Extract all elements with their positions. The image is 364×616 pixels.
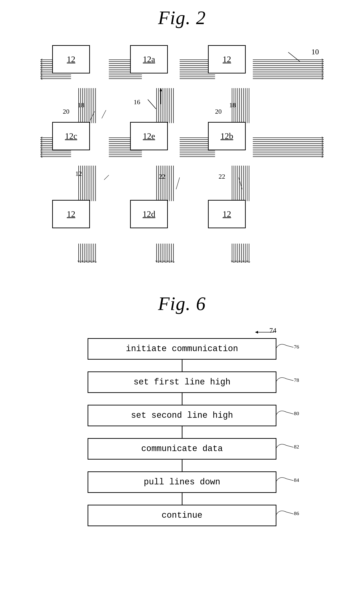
- ref74-arrow: [241, 324, 288, 336]
- label-16: 16: [134, 98, 140, 106]
- box82-wrapper: communicate data 82: [76, 438, 288, 460]
- svg-text:76: 76: [294, 344, 299, 350]
- svg-text:86: 86: [294, 510, 299, 516]
- connector-3: [182, 426, 182, 438]
- ref84-bracket: 84: [274, 474, 303, 491]
- label-18-left: 18: [78, 101, 84, 109]
- node-12a: 12a: [130, 45, 168, 73]
- node-12b: 12b: [208, 122, 246, 150]
- node-12d: 12d: [130, 200, 168, 228]
- svg-text:82: 82: [294, 444, 299, 450]
- node-12-bottom-right: 12: [208, 200, 246, 228]
- connector-1: [182, 360, 182, 371]
- box76-wrapper: initiate communication 76: [76, 338, 288, 360]
- flow-box-82: communicate data 82: [88, 438, 276, 460]
- label-20-right: 20: [215, 108, 222, 115]
- label-12-mid: 12: [75, 170, 82, 178]
- svg-text:78: 78: [294, 377, 299, 383]
- ref76-bracket: 76: [274, 341, 303, 357]
- node-12-top-right: 12: [208, 45, 246, 73]
- connector-5: [182, 493, 182, 505]
- flow-box-78: set first line high 78: [88, 371, 276, 393]
- flow-container: initiate communication 76 set first line…: [76, 338, 288, 526]
- network-grid: 12 12a 12 12c 12e 12b 12 12d 12 20 18: [40, 38, 324, 262]
- ref78-bracket: 78: [274, 374, 303, 391]
- node-12-top-left: 12: [52, 45, 90, 73]
- svg-line-184: [176, 178, 180, 189]
- node-12e: 12e: [130, 122, 168, 150]
- svg-line-181: [288, 52, 300, 62]
- fig6-title: Fig. 6: [158, 293, 206, 315]
- label-18-right: 18: [229, 101, 236, 109]
- fig2-section: Fig. 2: [0, 0, 364, 284]
- flow-box-84: pull lines down 84: [88, 471, 276, 493]
- label-22-center: 22: [159, 173, 166, 180]
- connector-4: [182, 460, 182, 471]
- svg-marker-188: [255, 331, 258, 334]
- label-22-right: 22: [219, 173, 225, 180]
- box84-wrapper: pull lines down 84: [76, 471, 288, 493]
- svg-marker-179: [160, 88, 162, 91]
- flow-box-86: continue 86: [88, 505, 276, 526]
- box80-wrapper: set second line high 80: [76, 405, 288, 426]
- ref80-bracket: 80: [274, 407, 303, 424]
- flow-box-80: set second line high 80: [88, 405, 276, 426]
- svg-line-186: [104, 175, 109, 180]
- ref-10: 10: [311, 47, 319, 56]
- node-12-bottom-left: 12: [52, 200, 90, 228]
- svg-text:84: 84: [294, 477, 299, 483]
- svg-line-180: [148, 99, 156, 109]
- svg-text:80: 80: [294, 411, 299, 416]
- box78-wrapper: set first line high 78: [76, 371, 288, 393]
- box86-wrapper: continue 86: [76, 505, 288, 526]
- node-12c: 12c: [52, 122, 90, 150]
- fig2-title: Fig. 2: [158, 7, 206, 28]
- fig6-section: Fig. 6 74 initiate communication 76: [0, 284, 364, 526]
- connector-2: [182, 393, 182, 405]
- ref82-bracket: 82: [274, 441, 303, 457]
- flow-box-76: initiate communication 76: [88, 338, 276, 360]
- label-20-left: 20: [63, 108, 69, 115]
- ref86-bracket: 86: [274, 507, 303, 524]
- svg-line-183: [102, 110, 106, 118]
